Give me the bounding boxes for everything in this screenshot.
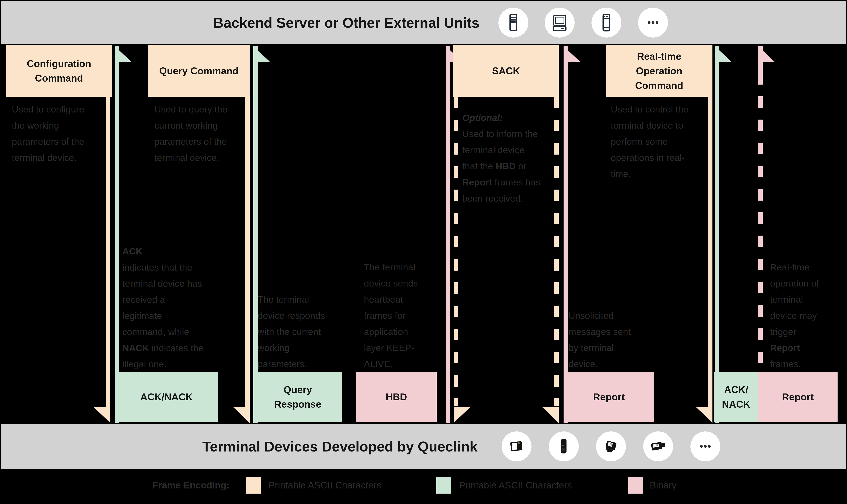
- desktop-icon: [545, 8, 575, 38]
- realtime-command-label: Real-timeOperationCommand: [606, 49, 713, 93]
- server-icon: [504, 13, 523, 33]
- report1-box: Report: [563, 372, 654, 422]
- report2-description: Real-timeoperation ofterminaldevice mayt…: [770, 259, 819, 372]
- query-response-description: The terminaldevice respondswith the curr…: [258, 291, 325, 372]
- handheld-tracker-icon: [554, 436, 574, 456]
- phone-icon: [597, 13, 616, 33]
- terminal-devices-title: Terminal Devices Developed by Queclink: [202, 438, 477, 455]
- acknack2-box: ACK/NACK: [714, 372, 758, 422]
- more-icon: [638, 8, 668, 38]
- query-response-box: QueryResponse: [253, 372, 342, 422]
- sack-left-dashed-arrow: [454, 97, 458, 406]
- legend-swatch-ascii-response: [436, 477, 451, 493]
- more-icon: [643, 13, 663, 33]
- sack-right-arrowhead: [542, 407, 559, 423]
- module-tracker-icon: [648, 436, 668, 456]
- report1-arrow: [563, 46, 568, 423]
- sack-right-dashed-arrow: [554, 97, 559, 406]
- module-tracker-icon: [643, 431, 673, 461]
- handheld-tracker-icon: [549, 431, 579, 461]
- config-description: Used to configurethe workingparameters o…: [12, 101, 84, 166]
- sack-description: Optional:Used to inform theterminal devi…: [462, 110, 540, 206]
- query-response-arrow: [253, 46, 258, 423]
- legend-swatch-binary: [628, 477, 643, 493]
- realtime-command-arrow: [708, 45, 713, 407]
- report2-label: Report: [758, 390, 837, 404]
- realtime-command-arrowhead: [696, 407, 713, 423]
- backend-server-bar: Backend Server or Other External Units: [1, 1, 846, 44]
- legend-item-binary: Binary: [650, 479, 677, 492]
- query-command-box: Query Command: [148, 45, 250, 97]
- sack-box: SACK: [453, 45, 559, 97]
- hbd-arrow: [446, 46, 450, 423]
- acknack2-arrow: [715, 46, 719, 423]
- protocol-diagram: Backend Server or Other External Units: [0, 0, 847, 504]
- query-command-arrowhead: [233, 407, 250, 423]
- desktop-icon: [550, 13, 570, 33]
- sack-left-arrowhead: [454, 407, 471, 423]
- phone-icon: [592, 8, 621, 38]
- hbd-label: HBD: [356, 390, 437, 404]
- report2-arrowhead: [758, 46, 775, 62]
- query-command-label: Query Command: [148, 64, 250, 78]
- report1-arrowhead: [563, 46, 580, 62]
- config-command-arrowhead: [93, 407, 110, 423]
- tracker-box-icon: [502, 431, 531, 461]
- acknack1-arrow: [115, 46, 119, 423]
- ack-description: ACKindicates that theterminal device has…: [122, 243, 203, 372]
- report1-description: Unsolicitedmessages sentby terminaldevic…: [569, 308, 631, 372]
- server-icon: [499, 8, 528, 38]
- hbd-box: HBD: [356, 372, 437, 422]
- legend-item-ascii-command: Printable ASCII Characters: [269, 479, 381, 492]
- config-command-arrow: [106, 45, 110, 407]
- sack-label: SACK: [453, 64, 559, 78]
- hbd-description: The terminaldevice sendsheartbeatframes …: [364, 259, 418, 372]
- more-icon: [690, 431, 720, 461]
- acknack2-arrowhead: [715, 46, 732, 62]
- report2-dashed-arrow: [758, 85, 763, 371]
- acknack2-label: ACK/NACK: [714, 382, 758, 412]
- realtime-description: Used to control theterminal device toper…: [611, 101, 688, 182]
- obd-tracker-icon: [601, 436, 621, 456]
- acknack1-label: ACK/NACK: [115, 390, 218, 404]
- query-description: Used to query thecurrent workingparamete…: [155, 101, 228, 166]
- tracker-box-icon: [507, 436, 526, 456]
- query-command-arrow: [245, 45, 250, 407]
- legend-swatch-ascii-command: [246, 477, 261, 493]
- report1-label: Report: [563, 390, 654, 404]
- backend-server-title: Backend Server or Other External Units: [213, 15, 480, 31]
- config-command-box: ConfigurationCommand: [6, 45, 112, 97]
- acknack1-box: ACK/NACK: [115, 372, 218, 422]
- report2-box: Report: [758, 372, 837, 422]
- obd-tracker-icon: [596, 431, 626, 461]
- realtime-command-box: Real-timeOperationCommand: [606, 45, 713, 97]
- query-response-label: QueryResponse: [253, 382, 342, 412]
- more-icon: [696, 436, 715, 456]
- legend-item-ascii-response: Printable ASCII Characters: [459, 479, 572, 492]
- config-command-label: ConfigurationCommand: [6, 56, 112, 86]
- frame-encoding-label: Frame Encoding:: [92, 479, 230, 492]
